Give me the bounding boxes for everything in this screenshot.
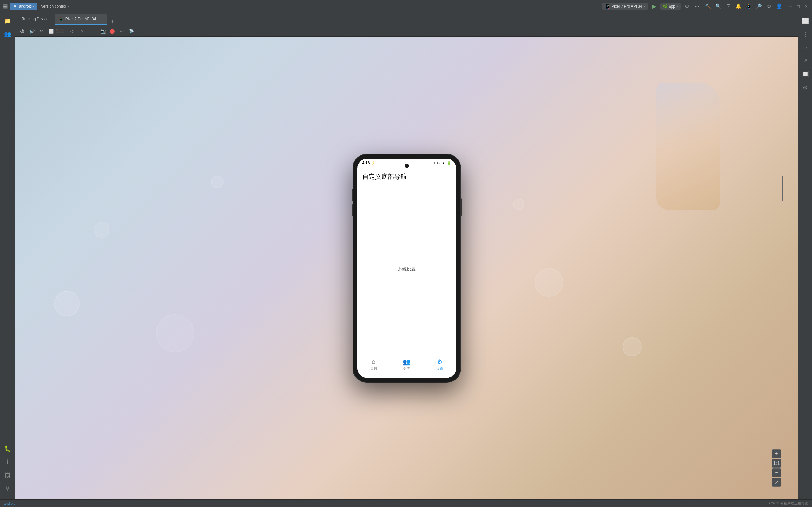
maximize-button[interactable]: □ [795, 3, 802, 10]
bottom-right-text: CSDN @程序喵正在奔跑 [769, 501, 808, 506]
status-icons: LTE ▲ 🔋 [435, 161, 451, 165]
zoom-out-button[interactable]: − [772, 468, 781, 477]
settings-button[interactable]: ⚙ [764, 2, 773, 11]
back-button[interactable]: ◁ [67, 26, 77, 36]
title-bar: ☰ A android ▾ Version control ▾ 📱 Pixel … [0, 0, 812, 13]
device-toolbar: ⏻ 🔊 ↩ ⬜ ⬛⬛ ◁ ○ □ 📷 ⬤ ↩ 📡 ⋯ [15, 25, 798, 37]
signal-icon: ▲ [442, 161, 446, 165]
phone-volume-up [352, 189, 353, 201]
fold-button[interactable]: ⬛⬛ [56, 26, 65, 36]
app-center-text: 系统设置 [398, 266, 416, 272]
device-manager-button[interactable]: 📱 [744, 2, 753, 11]
right-sidebar-split[interactable]: ⬜ [799, 14, 812, 27]
device-view: 4:16 ⚡ LTE ▲ 🔋 自定义底部导航 [15, 37, 798, 499]
undo-button[interactable]: ↩ [117, 26, 126, 36]
tab-pixel7pro[interactable]: 📱 Pixel 7 Pro API 34 ✕ [55, 14, 107, 25]
app-content: 自定义底部导航 系统设置 [357, 167, 456, 355]
right-sidebar-frame[interactable]: 🔲 [799, 68, 812, 80]
project-name-label: android [19, 4, 32, 9]
app-dropdown-arrow: ▾ [676, 5, 678, 8]
run-button[interactable]: ▶ [650, 2, 658, 11]
sidebar-item-debug[interactable]: 🐛 [1, 442, 14, 455]
tab-running-devices[interactable]: Running Devices [18, 14, 54, 25]
bottom-project-name: android [4, 502, 15, 505]
toolbar-separator [66, 28, 66, 34]
phone-screen[interactable]: 4:16 ⚡ LTE ▲ 🔋 自定义底部导航 [357, 159, 456, 378]
nav-item-home[interactable]: ⌂ 首页 [357, 358, 390, 371]
right-sidebar-add[interactable]: ⊕ [799, 81, 812, 94]
info-icon: ℹ [6, 458, 9, 465]
screenshot-button[interactable]: 📷 [98, 26, 107, 36]
search-everywhere-button[interactable]: 🔍 [714, 2, 722, 11]
toolbar-more-button[interactable]: ⋯ [137, 26, 145, 36]
right-scrollbar[interactable] [782, 176, 783, 201]
right-sidebar-resize[interactable]: ↔ [799, 41, 812, 54]
window-controls: ─ □ ✕ [787, 3, 809, 10]
minimize-button[interactable]: ─ [787, 3, 794, 10]
hamburger-menu-button[interactable]: ☰ [3, 4, 8, 9]
bubble-3 [156, 314, 194, 352]
phone-tab-icon: 📱 [59, 17, 63, 21]
anime-bg-figure [656, 83, 720, 210]
rotate-left-button[interactable]: ↩ [37, 26, 46, 36]
right-sidebar-external[interactable]: ↗ [799, 55, 812, 67]
close-button[interactable]: ✕ [803, 3, 809, 10]
app-name-label: app [669, 4, 675, 9]
search-button[interactable]: 🔎 [754, 2, 763, 11]
device-dropdown-arrow: ▾ [644, 5, 645, 8]
zoom-reset-button[interactable]: 1:1 [772, 459, 781, 468]
notifications-button[interactable]: 🔔 [734, 2, 743, 11]
app-title: 自定义底部导航 [357, 167, 456, 183]
ellipsis-icon: ⋯ [5, 44, 10, 51]
build-button[interactable]: 🔨 [704, 2, 712, 11]
version-control-label: Version control [41, 4, 66, 9]
cast-button[interactable]: 📡 [127, 26, 136, 36]
home-btn[interactable]: ○ [77, 26, 86, 36]
tab-close-button[interactable]: ✕ [98, 16, 103, 21]
git-icon: ⑂ [6, 486, 9, 492]
nav-item-category[interactable]: 👥 分类 [390, 358, 423, 371]
split-icon: ⬜ [802, 17, 809, 24]
people-icon: 👥 [4, 31, 11, 38]
status-time: 4:16 [362, 161, 370, 165]
bottom-status-right: CSDN @程序喵正在奔跑 [769, 501, 808, 506]
pixel7pro-label: Pixel 7 Pro API 34 [65, 17, 96, 21]
phone-container: 4:16 ⚡ LTE ▲ 🔋 自定义底部导航 [353, 154, 461, 382]
sidebar-item-more[interactable]: ⋯ [1, 41, 14, 54]
add-panel-icon: ⊕ [803, 84, 808, 91]
phone-frame: 4:16 ⚡ LTE ▲ 🔋 自定义底部导航 [353, 154, 461, 382]
tab-add-button[interactable]: + [108, 17, 116, 25]
orientation-button[interactable]: ⬜ [46, 26, 55, 36]
record-button[interactable]: ⬤ [108, 26, 117, 36]
sidebar-item-project[interactable]: 📁 [1, 14, 14, 27]
sidebar-item-layout[interactable]: 🖼 [1, 469, 14, 482]
run-config-button[interactable]: ⚙ [682, 2, 691, 10]
project-dropdown-arrow: ▾ [33, 5, 35, 8]
version-control-button[interactable]: Version control ▾ [39, 3, 71, 9]
project-badge[interactable]: A android ▾ [9, 3, 37, 10]
zoom-expand-button[interactable]: ⤢ [772, 478, 781, 487]
volume-button[interactable]: 🔊 [27, 26, 36, 36]
options-icon: ⋮ [803, 31, 808, 38]
right-sidebar: ⬜ ⋮ ↔ ↗ 🔲 ⊕ [798, 13, 812, 499]
power-button[interactable]: ⏻ [18, 26, 27, 36]
sidebar-item-git[interactable]: ⑂ [1, 482, 14, 495]
sidebar-item-info[interactable]: ℹ [1, 456, 14, 468]
app-selector[interactable]: 🌿 app ▾ [660, 3, 680, 9]
bubble-4 [211, 176, 224, 188]
todo-button[interactable]: ☑ [724, 2, 733, 11]
network-label: LTE [435, 161, 441, 165]
left-sidebar: 📁 👥 ⋯ 🐛 ℹ 🖼 ⑂ [0, 13, 15, 499]
nav-item-settings[interactable]: ⚙ 设置 [423, 358, 456, 371]
account-button[interactable]: 👤 [774, 2, 783, 11]
zoom-in-button[interactable]: + [772, 449, 781, 458]
settings-nav-label: 设置 [436, 366, 443, 371]
right-sidebar-options[interactable]: ⋮ [799, 28, 812, 41]
sidebar-item-profile[interactable]: 👥 [1, 28, 14, 41]
recent-button[interactable]: □ [87, 26, 96, 36]
more-options-button[interactable]: ⋯ [693, 2, 701, 10]
category-nav-label: 分类 [403, 366, 410, 371]
device-phone-icon: 📱 [605, 4, 610, 9]
device-selector[interactable]: 📱 Pixel 7 Pro API 34 ▾ [602, 3, 648, 10]
title-bar-right: 🔨 🔍 ☑ 🔔 📱 🔎 ⚙ 👤 ─ □ ✕ [704, 2, 809, 11]
